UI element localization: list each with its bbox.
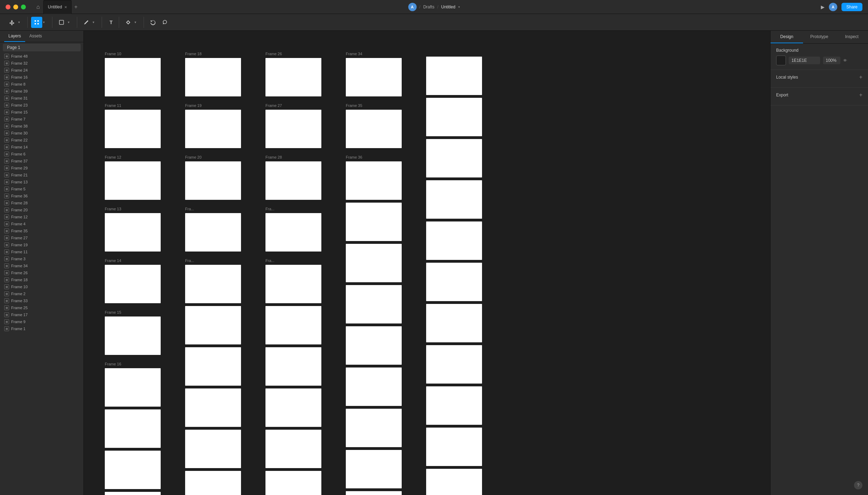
layer-item[interactable]: ⊞Frame 48 — [0, 53, 83, 60]
layer-item[interactable]: ⊞Frame 6 — [0, 151, 83, 158]
frame-tool[interactable] — [31, 17, 42, 28]
tab-close-icon[interactable]: ✕ — [64, 5, 67, 9]
layer-item[interactable]: ⊞Frame 4 — [0, 220, 83, 227]
frame-col5-5[interactable] — [426, 221, 482, 260]
layer-item[interactable]: ⊞Frame 10 — [0, 283, 83, 290]
file-tab[interactable]: Untitled ✕ — [43, 0, 72, 14]
layer-item[interactable]: ⊞Frame 30 — [0, 130, 83, 137]
layer-item[interactable]: ⊞Frame 15 — [0, 109, 83, 116]
file-name[interactable]: Untitled — [441, 5, 455, 9]
layer-item[interactable]: ⊞Frame 36 — [0, 192, 83, 199]
minimize-button[interactable] — [13, 5, 18, 9]
frame-col5-3[interactable] — [426, 139, 482, 177]
frame-extra-4g[interactable] — [346, 450, 402, 488]
layer-item[interactable]: ⊞Frame 16 — [0, 74, 83, 81]
pen-dropdown-arrow[interactable]: ▾ — [93, 20, 100, 24]
layer-item[interactable]: ⊞Frame 25 — [0, 304, 83, 311]
frame-col5-10[interactable] — [426, 428, 482, 466]
component-dropdown-arrow[interactable]: ▾ — [134, 20, 141, 24]
frame-extra-1b[interactable] — [105, 451, 161, 489]
layer-item[interactable]: ⊞Frame 21 — [0, 172, 83, 179]
frame-extra-2c[interactable] — [185, 388, 241, 427]
frame-26[interactable] — [265, 58, 321, 96]
tool-dropdown-arrow[interactable]: ▾ — [18, 20, 25, 24]
frame-10[interactable] — [105, 58, 161, 96]
frame-extra-4d[interactable] — [346, 326, 402, 365]
frame-extra-3b[interactable] — [265, 347, 321, 386]
layer-item[interactable]: ⊞Frame 29 — [0, 165, 83, 172]
layer-item[interactable]: ⊞Frame 17 — [0, 311, 83, 318]
frame-col5-2[interactable] — [426, 98, 482, 136]
frame-extra-4e[interactable] — [346, 367, 402, 406]
layer-item[interactable]: ⊞Frame 24 — [0, 67, 83, 74]
background-opacity-input[interactable] — [823, 57, 840, 64]
canvas[interactable]: Frame 10 Frame 11 Frame 12 Frame 13 Fram… — [84, 31, 770, 495]
add-export-button[interactable]: + — [859, 92, 862, 98]
frame-extra-4b[interactable] — [346, 244, 402, 282]
home-icon[interactable]: ⌂ — [33, 2, 43, 12]
layer-item[interactable]: ⊞Frame 33 — [0, 297, 83, 304]
frame-dropdown-arrow[interactable]: ▾ — [43, 20, 50, 24]
shape-tool[interactable] — [56, 17, 67, 28]
frame-extra-3c[interactable] — [265, 388, 321, 427]
frame-extra-4c[interactable] — [346, 285, 402, 323]
frame-extra-1c[interactable] — [105, 492, 161, 495]
layer-item[interactable]: ⊞Frame 22 — [0, 137, 83, 144]
frame-13[interactable] — [105, 213, 161, 252]
layer-item[interactable]: ⊞Frame 12 — [0, 213, 83, 220]
text-tool[interactable]: T — [105, 17, 117, 28]
frame-extra-2e[interactable] — [185, 471, 241, 495]
share-button[interactable]: Share — [841, 3, 862, 11]
layer-item[interactable]: ⊞Frame 2 — [0, 290, 83, 297]
frame-11[interactable] — [105, 110, 161, 148]
layer-item[interactable]: ⊞Frame 32 — [0, 60, 83, 67]
layer-item[interactable]: ⊞Frame 9 — [0, 318, 83, 325]
tab-inspect[interactable]: Inspect — [836, 31, 868, 43]
tab-assets[interactable]: Assets — [25, 31, 46, 42]
frame-col5-8[interactable] — [426, 345, 482, 384]
frame-col5-6[interactable] — [426, 263, 482, 301]
frame-18[interactable] — [185, 58, 241, 96]
frame-col5-11[interactable] — [426, 469, 482, 495]
add-local-style-button[interactable]: + — [859, 74, 862, 80]
tab-prototype[interactable]: Prototype — [803, 31, 836, 43]
frame-extra-2d[interactable] — [185, 430, 241, 468]
close-button[interactable] — [6, 5, 10, 9]
layer-item[interactable]: ⊞Frame 18 — [0, 276, 83, 283]
layer-item[interactable]: ⊞Frame 34 — [0, 262, 83, 269]
layer-item[interactable]: ⊞Frame 27 — [0, 234, 83, 241]
frame-col5-1[interactable] — [426, 57, 482, 95]
move-tool[interactable] — [6, 17, 17, 28]
new-tab-button[interactable]: + — [72, 4, 80, 10]
frame-extra-4a[interactable] — [346, 203, 402, 241]
layer-item[interactable]: ⊞Frame 11 — [0, 248, 83, 255]
layer-item[interactable]: ⊞Frame 35 — [0, 227, 83, 234]
frame-22x[interactable] — [185, 265, 241, 303]
frame-15[interactable] — [105, 316, 161, 355]
layer-item[interactable]: ⊞Frame 38 — [0, 123, 83, 130]
layer-item[interactable]: ⊞Frame 31 — [0, 95, 83, 102]
frame-14[interactable] — [105, 265, 161, 303]
maximize-button[interactable] — [21, 5, 26, 9]
tab-design[interactable]: Design — [771, 31, 803, 43]
frame-extra-3e[interactable] — [265, 471, 321, 495]
help-button[interactable]: ? — [854, 481, 862, 489]
frame-19[interactable] — [185, 110, 241, 148]
layer-item[interactable]: ⊞Frame 23 — [0, 102, 83, 109]
frame-extra-2a[interactable] — [185, 306, 241, 344]
layer-item[interactable]: ⊞Frame 7 — [0, 116, 83, 123]
tab-layers[interactable]: Layers — [4, 31, 25, 42]
undo-button[interactable] — [147, 17, 159, 28]
visibility-icon[interactable]: 👁 — [843, 58, 847, 63]
layer-item[interactable]: ⊞Frame 20 — [0, 206, 83, 213]
frame-29x[interactable] — [265, 213, 321, 252]
frame-35[interactable] — [346, 110, 402, 148]
shape-dropdown-arrow[interactable]: ▾ — [68, 20, 75, 24]
layer-item[interactable]: ⊞Frame 5 — [0, 185, 83, 192]
layer-item[interactable]: ⊞Frame 8 — [0, 81, 83, 88]
frame-col5-9[interactable] — [426, 386, 482, 425]
layer-item[interactable]: ⊞Frame 1 — [0, 325, 83, 332]
frame-34[interactable] — [346, 58, 402, 96]
layer-item[interactable]: ⊞Frame 19 — [0, 241, 83, 248]
layer-item[interactable]: ⊞Frame 13 — [0, 179, 83, 185]
